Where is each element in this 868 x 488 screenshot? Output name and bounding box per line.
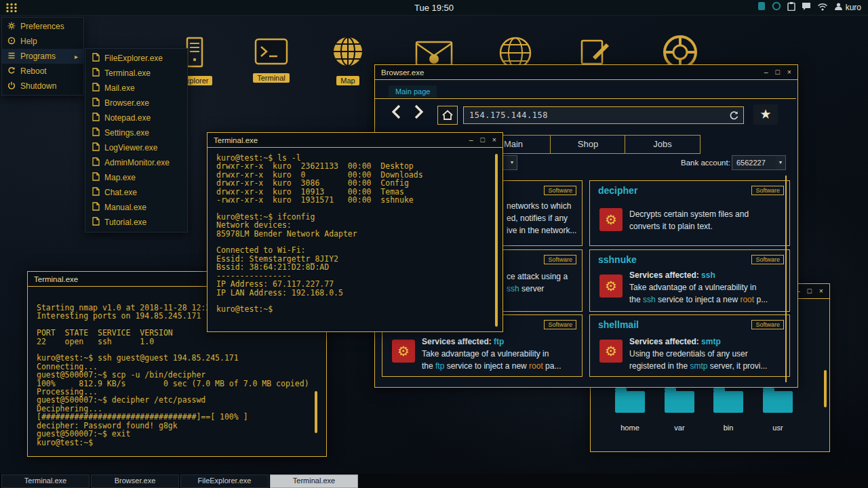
chat-icon[interactable] <box>802 1 811 14</box>
menu-item-help[interactable]: Help <box>2 34 83 49</box>
taskbar: Terminal.exe Browser.exe FileExplorer.ex… <box>0 474 868 488</box>
menu-item-label: Programs <box>20 52 56 61</box>
window-title: Terminal.exe <box>34 275 78 283</box>
close-button[interactable]: × <box>492 133 496 147</box>
home-button[interactable] <box>437 106 458 125</box>
site-tab-jobs[interactable]: Jobs <box>625 135 701 154</box>
dropdown-arrow-icon: ▼ <box>507 156 517 169</box>
submenu-item-label: FileExplorer.exe <box>104 54 163 63</box>
back-button[interactable] <box>390 104 403 123</box>
bookmark-star-icon[interactable]: ★ <box>753 104 778 125</box>
site-tab-shop[interactable]: Shop <box>550 135 626 154</box>
software-badge: Software <box>544 320 576 329</box>
minimize-button[interactable]: – <box>469 133 473 147</box>
submenu-item-tutorial[interactable]: Tutorial.exe <box>85 215 187 230</box>
forward-button[interactable] <box>412 104 425 123</box>
folder-bin[interactable]: bin <box>712 388 745 432</box>
card-description: converts it to plain text. <box>629 220 713 232</box>
browser-titlebar[interactable]: Browser.exe – □ × <box>375 65 797 80</box>
window-title: Browser.exe <box>381 68 424 77</box>
folder-home[interactable]: home <box>614 388 646 432</box>
close-button[interactable]: × <box>787 65 791 79</box>
submenu-item-map[interactable]: Map.exe <box>85 170 187 185</box>
card-description: the ssh service to inject a new root p..… <box>629 293 768 306</box>
software-card-sshnuke[interactable]: sshnuke Software ⚙ Services affected: ss… <box>589 249 790 312</box>
submenu-item-label: Chat.exe <box>104 188 137 197</box>
home-icon <box>441 109 454 121</box>
scrollbar-thumb[interactable] <box>315 391 317 433</box>
menu-item-preferences[interactable]: Preferences <box>2 19 83 34</box>
gear-icon: ⚙ <box>392 340 415 363</box>
submenu-item-label: Terminal.exe <box>104 68 151 78</box>
submenu-item-adminmonitor[interactable]: AdminMonitor.exe <box>85 155 187 170</box>
folder-icon <box>763 391 793 413</box>
submenu-item-mail[interactable]: Mail.exe <box>85 81 187 96</box>
submenu-item-label: AdminMonitor.exe <box>104 158 170 167</box>
submenu-item-logviewer[interactable]: LogViewer.exe <box>85 140 187 155</box>
scrollbar-thumb[interactable] <box>785 176 787 382</box>
apps-grid-icon[interactable] <box>0 3 18 13</box>
submenu-item-chat[interactable]: Chat.exe <box>85 185 187 200</box>
window-title: Terminal.exe <box>214 136 258 144</box>
browser-page-tab[interactable]: Main page <box>389 85 437 98</box>
menu-item-reboot[interactable]: Reboot <box>2 64 83 79</box>
submenu-item-terminal[interactable]: Terminal.exe <box>85 66 187 81</box>
battery-icon[interactable] <box>757 1 766 14</box>
submenu-item-browser[interactable]: Browser.exe <box>85 96 187 110</box>
top-bar: Tue 19:50 kuro <box>0 0 868 16</box>
scrollbar-thumb[interactable] <box>495 154 498 327</box>
wifi-icon[interactable] <box>817 1 828 14</box>
taskbar-item-fileexplorer[interactable]: FileExplorer.exe <box>180 474 269 488</box>
gear-icon <box>7 22 16 32</box>
menu-item-shutdown[interactable]: Shutdown <box>2 79 83 94</box>
reboot-icon <box>7 66 16 77</box>
software-card-decipher[interactable]: decipher Software ⚙ Decrypts certain sys… <box>589 180 790 246</box>
file-icon <box>92 68 100 79</box>
network-icon[interactable] <box>772 1 781 14</box>
minimize-button[interactable]: – <box>764 65 768 79</box>
user-menu[interactable]: kuro <box>834 2 861 13</box>
menu-item-programs[interactable]: Programs ▸ <box>2 49 83 64</box>
menu-item-label: Help <box>20 37 37 46</box>
desktop-icon-map[interactable]: Map <box>332 35 364 86</box>
submenu-item-label: Map.exe <box>104 173 136 182</box>
desktop-icon-terminal[interactable]: Terminal <box>250 38 293 83</box>
folder-label: bin <box>712 424 745 432</box>
folder-var[interactable]: var <box>663 388 696 432</box>
folder-label: var <box>663 424 696 432</box>
taskbar-item-browser[interactable]: Browser.exe <box>91 474 179 488</box>
submenu-item-notepad[interactable]: Notepad.exe <box>85 110 187 125</box>
submenu-item-fileexplorer[interactable]: FileExplorer.exe <box>85 51 187 66</box>
help-icon <box>7 37 16 47</box>
software-card-shellmail[interactable]: shellmail Software ⚙ Services affected: … <box>589 314 790 377</box>
card-description: ive in the network... <box>507 224 576 237</box>
maximize-button[interactable]: □ <box>481 133 485 147</box>
folder-usr[interactable]: usr <box>762 388 794 432</box>
submenu-item-label: Settings.exe <box>104 128 149 138</box>
submenu-item-label: Tutorial.exe <box>104 218 146 227</box>
clipboard-icon[interactable] <box>787 1 795 14</box>
services-affected: Services affected: smtp <box>629 336 721 348</box>
taskbar-item-terminal-1[interactable]: Terminal.exe <box>1 474 90 488</box>
terminal-titlebar[interactable]: Terminal.exe – □ × <box>208 133 502 148</box>
desktop-icon-label: Map <box>336 76 359 85</box>
card-description: networks to which <box>507 200 571 212</box>
file-icon <box>92 157 100 168</box>
programs-submenu: FileExplorer.exe Terminal.exe Mail.exe B… <box>85 48 188 232</box>
close-button[interactable]: × <box>819 284 823 298</box>
scrollbar-thumb[interactable] <box>824 370 827 407</box>
menu-item-label: Shutdown <box>20 81 56 91</box>
maximize-button[interactable]: □ <box>808 284 812 298</box>
software-badge: Software <box>544 255 576 264</box>
maximize-button[interactable]: □ <box>776 65 780 79</box>
taskbar-item-terminal-2[interactable]: Terminal.exe <box>270 474 358 488</box>
folder-icon <box>713 391 743 413</box>
submenu-item-settings[interactable]: Settings.exe <box>85 125 187 140</box>
card-description: Using the credentials of any user <box>629 348 748 360</box>
card-description: Take advantage of a vulnerability in <box>629 281 756 293</box>
url-input[interactable] <box>464 110 729 120</box>
submenu-item-manual[interactable]: Manual.exe <box>85 200 187 215</box>
refresh-icon[interactable] <box>729 110 743 121</box>
bank-account-dropdown[interactable]: 6562227 ▼ <box>732 155 786 170</box>
clock: Tue 19:50 <box>0 3 868 13</box>
